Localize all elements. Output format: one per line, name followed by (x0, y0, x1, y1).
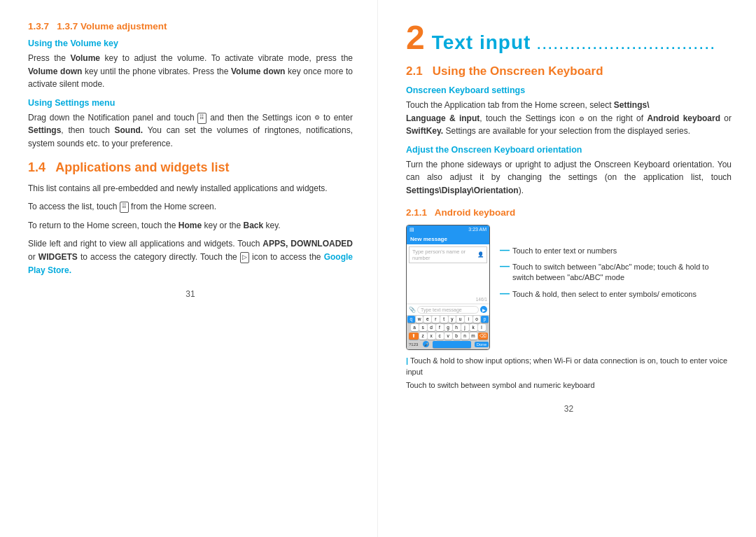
key-w: w (416, 316, 424, 323)
section-14-number: 1.4 (28, 160, 46, 174)
callout-3-line: — (500, 288, 510, 298)
section-137-title: 1.3.7 Volume adjustment (57, 21, 167, 32)
section-21-title-text: Using the Onscreen Keyboard (433, 64, 603, 78)
chapter-title-text: Text input .............................… (432, 32, 717, 54)
adjust-orientation-subheading: Adjust the Onscreen Keyboard orientation (406, 145, 732, 155)
key-c: c (436, 333, 444, 340)
bottom-callout-1: | Touch & hold to show input options; wh… (406, 356, 732, 378)
key-d: d (428, 324, 435, 331)
key-f: f (436, 324, 444, 331)
right-page-number: 32 (406, 404, 732, 414)
key-l: l (478, 324, 486, 331)
section-14: 1.4 Applications and widgets list This l… (28, 160, 353, 277)
left-page-number: 31 (28, 289, 353, 299)
key-b: b (453, 333, 461, 340)
key-q: q (407, 316, 415, 323)
key-shift: ⬆ (409, 333, 419, 340)
phone-input-bar: 📎 Type text message ▶ (407, 304, 489, 315)
section-14-heading: 1.4 Applications and widgets list (28, 160, 353, 175)
onscreen-settings-subheading: Onscreen Keyboard settings (406, 85, 732, 95)
phone-status-bar: ▤ 3:23 AM (407, 225, 489, 234)
bottom-callout-2-text: Touch to switch between symbol and numer… (406, 381, 595, 389)
section-21-heading: 2.1 Using the Onscreen Keyboard (406, 64, 732, 78)
bottom-callout-2: Touch to switch between symbol and numer… (406, 380, 732, 391)
onscreen-settings-text: Touch the Application tab from the Home … (406, 99, 732, 138)
phone-diagram: ▤ 3:23 AM New message Type person's name… (406, 225, 732, 350)
phone-recipient-placeholder: Type person's name or number (412, 249, 477, 261)
key-y: y (449, 316, 456, 323)
bottom-callout-1-text: Touch & hold to show input options; when… (406, 356, 727, 376)
callout-3-text: Touch & hold, then select to enter symbo… (512, 289, 696, 300)
callout-2-line: — (500, 261, 510, 271)
callout-2: — Touch to switch between "abc/Abc" mode… (500, 262, 732, 284)
key-z: z (419, 333, 427, 340)
phone-person-icon: 👤 (477, 251, 484, 258)
callout-1: — Touch to enter text or numbers (500, 246, 732, 256)
section-137: 1.3.7 1.3.7 Volume adjustment Using the … (28, 21, 353, 151)
section-211-heading: 2.1.1 Android keyboard (406, 207, 732, 218)
settings-menu-text: Drag down the Notification panel and tou… (28, 111, 353, 151)
key-j: j (461, 324, 469, 331)
volume-key-text: Press the Volume key to adjust the volum… (28, 52, 353, 91)
volume-key-subheading: Using the Volume key (28, 39, 353, 48)
key-num-symbol: ?123 (407, 342, 419, 347)
section-14-para3: To return to the Home screen, touch the … (28, 219, 353, 232)
phone-message-area: 146/1 (407, 265, 489, 304)
key-g: g (444, 324, 452, 331)
callout-2-text: Touch to switch between "abc/Abc" mode; … (512, 262, 732, 284)
phone-status-time: 3:23 AM (468, 227, 486, 232)
phone-status-icon: ▤ (410, 227, 414, 232)
key-done: Done (475, 342, 489, 347)
key-h: h (453, 324, 461, 331)
key-e: e (424, 316, 431, 323)
section-14-para1: This list contains all pre-embedded and … (28, 182, 353, 195)
key-mic: 🎤 (423, 341, 429, 347)
phone-screen: ▤ 3:23 AM New message Type person's name… (406, 225, 490, 350)
phone-new-message-bar: New message (407, 234, 489, 244)
chapter-number: 2 (406, 21, 425, 55)
phone-text-input: Type text message (417, 306, 479, 314)
key-p: p (481, 316, 489, 323)
chapter-title: 2 Text input ...........................… (406, 21, 732, 55)
bottom-callouts: | Touch & hold to show input options; wh… (406, 356, 732, 392)
key-r: r (432, 316, 440, 323)
phone-msg-count: 146/1 (476, 297, 487, 302)
phone-recipient-field: Type person's name or number 👤 (409, 246, 487, 263)
section-21-number: 2.1 (406, 64, 423, 78)
key-i: i (465, 316, 472, 323)
callout-1-text: Touch to enter text or numbers (512, 246, 617, 256)
adjust-orientation-text: Turn the phone sideways or upright to ad… (406, 158, 732, 197)
key-v: v (444, 333, 452, 340)
settings-menu-subheading: Using Settings menu (28, 98, 353, 108)
callout-3: — Touch & hold, then select to enter sym… (500, 289, 732, 300)
left-page: 1.3.7 1.3.7 Volume adjustment Using the … (0, 0, 378, 537)
section-211-number: 2.1.1 (406, 207, 427, 218)
keyboard-bottom-row: ?123 🎤 Done (407, 340, 489, 349)
callout-1-line: — (500, 245, 510, 255)
section-14-para4: Slide left and right to view all applica… (28, 237, 353, 277)
key-t: t (440, 316, 448, 323)
section-137-number: 1.3.7 (28, 21, 49, 32)
key-k: k (470, 324, 477, 331)
section-21: 2.1 Using the Onscreen Keyboard Onscreen… (406, 64, 732, 197)
diagram-callouts: — Touch to enter text or numbers — Touch… (500, 225, 732, 304)
key-u: u (456, 316, 464, 323)
chapter-dots: ................................ (537, 38, 716, 52)
attach-icon: 📎 (409, 307, 416, 313)
keyboard-row-1: q w e r t y u i o p (407, 315, 489, 323)
section-137-heading: 1.3.7 1.3.7 Volume adjustment (28, 21, 353, 32)
phone-send-button: ▶ (480, 306, 487, 313)
key-a: a (411, 324, 419, 331)
key-space (433, 341, 471, 348)
section-14-para2: To access the list, touch ⠿ from the Hom… (28, 200, 353, 214)
keyboard-row-2: a s d f g h j k l (407, 323, 489, 332)
right-page: 2 Text input ...........................… (378, 0, 756, 537)
key-s: s (419, 324, 427, 331)
phone-keyboard: q w e r t y u i o p a s d (407, 315, 489, 349)
keyboard-row-3: ⬆ z x c v b n m ⌫ (407, 332, 489, 340)
key-o: o (473, 316, 481, 323)
key-m: m (470, 333, 477, 340)
section-211: 2.1.1 Android keyboard ▤ 3:23 AM New mes… (406, 207, 732, 392)
section-211-title-text: Android keyboard (435, 207, 516, 218)
key-x: x (428, 333, 435, 340)
